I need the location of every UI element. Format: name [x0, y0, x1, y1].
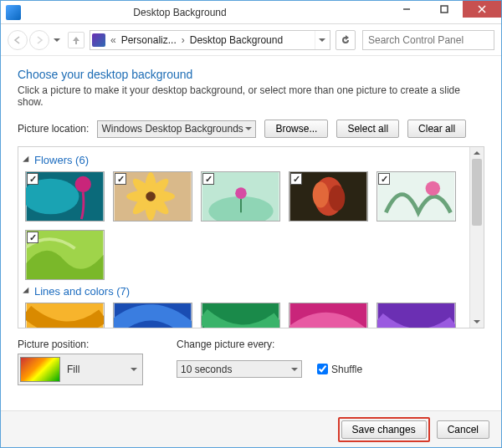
options-row: Picture position: Fill Change picture ev…	[18, 339, 484, 385]
scroll-thumb[interactable]	[472, 159, 482, 226]
select-all-button[interactable]: Select all	[336, 120, 399, 138]
svg-point-6	[75, 176, 91, 192]
address-bar[interactable]: « Personaliz... › Desktop Background	[90, 30, 330, 50]
nav-back-button[interactable]	[8, 30, 28, 50]
system-buttons	[387, 1, 501, 23]
clear-all-button[interactable]: Clear all	[407, 120, 466, 138]
thumb-check-icon: ✓	[378, 173, 390, 185]
close-button[interactable]	[463, 1, 501, 18]
chevron-right-icon: ›	[180, 34, 187, 46]
breadcrumb-item-2[interactable]: Desktop Background	[190, 34, 283, 46]
collapse-icon	[23, 155, 32, 165]
change-every-value: 10 seconds	[181, 364, 232, 375]
svg-point-20	[329, 185, 345, 211]
nav-history-dropdown[interactable]	[51, 30, 63, 50]
browse-button[interactable]: Browse...	[264, 120, 328, 138]
shuffle-checkbox[interactable]	[317, 364, 328, 374]
cancel-button[interactable]: Cancel	[437, 420, 489, 439]
thumb-lines-2[interactable]	[113, 303, 192, 328]
picture-position-block: Picture position: Fill	[18, 339, 143, 385]
picture-position-value: Fill	[67, 364, 79, 375]
address-dropdown[interactable]	[315, 31, 328, 49]
picture-position-select[interactable]: Fill	[18, 354, 143, 385]
thumb-check-icon: ✓	[115, 173, 126, 185]
thumb-lines-3[interactable]	[201, 303, 280, 328]
thumb-flower-6[interactable]: ✓	[25, 230, 105, 280]
change-every-block: Change picture every: 10 seconds Shuffle	[177, 339, 362, 385]
group-flowers-title: Flowers (6)	[34, 154, 89, 166]
picture-location-value: Windows Desktop Backgrounds	[101, 123, 243, 135]
thumb-flower-4[interactable]: ✓	[289, 171, 368, 221]
save-highlight: Save changes	[338, 417, 430, 442]
gallery: Flowers (6) ✓ ✓ ✓	[18, 147, 469, 328]
save-changes-button[interactable]: Save changes	[341, 420, 427, 439]
thumb-check-icon: ✓	[27, 232, 38, 243]
thumb-check-icon: ✓	[290, 173, 302, 185]
shuffle-label: Shuffle	[331, 364, 362, 375]
thumb-flower-1[interactable]: ✓	[25, 171, 105, 221]
picture-location-select[interactable]: Windows Desktop Backgrounds	[97, 120, 256, 138]
group-lines-title: Lines and colors (7)	[34, 285, 130, 298]
nav-forward-button[interactable]	[29, 30, 49, 50]
thumb-lines-5[interactable]	[376, 303, 456, 328]
thumb-flower-3[interactable]: ✓	[201, 171, 280, 221]
thumb-lines-1[interactable]	[25, 303, 105, 328]
group-lines-header[interactable]: Lines and colors (7)	[25, 285, 463, 298]
maximize-button[interactable]	[425, 1, 463, 18]
window-title: Desktop Background	[0, 7, 387, 18]
breadcrumb-sep-icon: «	[109, 34, 118, 46]
scroll-down-icon[interactable]	[470, 316, 484, 328]
content-area: Choose your desktop background Click a p…	[1, 56, 501, 410]
group-flowers-header[interactable]: Flowers (6)	[25, 154, 463, 166]
footer: Save changes Cancel	[1, 410, 501, 447]
shuffle-checkbox-wrap[interactable]: Shuffle	[317, 364, 362, 375]
picture-location-row: Picture location: Windows Desktop Backgr…	[18, 120, 484, 138]
svg-point-15	[235, 187, 247, 199]
picture-location-label: Picture location:	[18, 123, 89, 135]
desktop-background-window: Desktop Background « Personaliz...	[0, 0, 502, 448]
gallery-frame: Flowers (6) ✓ ✓ ✓	[18, 146, 484, 328]
thumb-flower-2[interactable]: ✓	[113, 171, 192, 221]
picture-position-label: Picture position:	[18, 339, 143, 350]
search-input[interactable]	[362, 30, 494, 50]
thumb-flower-5[interactable]: ✓	[376, 171, 456, 221]
breadcrumb-item-1[interactable]: Personaliz...	[121, 34, 177, 46]
flowers-thumbs: ✓ ✓ ✓ ✓ ✓	[25, 171, 463, 280]
page-heading: Choose your desktop background	[18, 68, 484, 81]
svg-rect-1	[441, 6, 448, 13]
nav-toolbar: « Personaliz... › Desktop Background	[1, 24, 501, 56]
refresh-button[interactable]	[336, 30, 356, 50]
thumb-lines-4[interactable]	[289, 303, 368, 328]
thumb-check-icon: ✓	[27, 173, 38, 185]
svg-point-22	[426, 181, 440, 196]
personalization-icon	[92, 33, 105, 47]
gallery-scrollbar[interactable]	[469, 147, 484, 328]
lines-thumbs	[25, 303, 463, 328]
position-preview-icon	[20, 357, 60, 382]
minimize-button[interactable]	[387, 1, 425, 18]
collapse-icon	[23, 287, 32, 296]
chevron-down-icon	[131, 368, 137, 371]
page-subheading: Click a picture to make it your desktop …	[18, 84, 484, 108]
svg-point-19	[313, 182, 329, 208]
thumb-check-icon: ✓	[202, 173, 214, 185]
chevron-down-icon	[245, 127, 252, 130]
titlebar: Desktop Background	[1, 1, 501, 24]
scroll-up-icon[interactable]	[470, 147, 484, 159]
chevron-down-icon	[291, 368, 298, 371]
nav-up-button[interactable]	[68, 32, 85, 48]
change-every-select[interactable]: 10 seconds	[177, 360, 302, 378]
svg-point-12	[146, 191, 156, 201]
change-every-label: Change picture every:	[177, 339, 362, 350]
